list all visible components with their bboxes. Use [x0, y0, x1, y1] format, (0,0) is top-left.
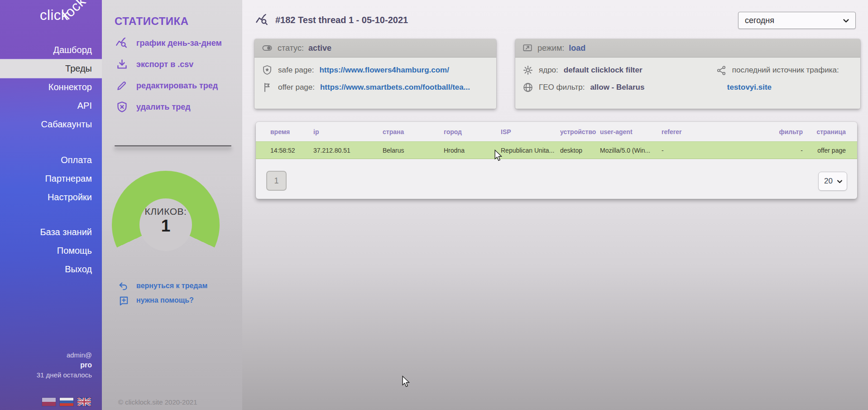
column-header: ISP: [501, 128, 560, 135]
clicks-gauge: КЛИКОВ: 1: [112, 171, 220, 279]
date-filter-select[interactable]: сегодня: [738, 12, 856, 29]
traffic-source-row: последний источник трафика:: [709, 62, 860, 79]
pencil-icon: [115, 79, 129, 92]
stats-links: вернуться к тредам нужна помощь?: [117, 280, 207, 309]
thread-header: #182 Test thread 1 - 05-10-2021: [255, 13, 408, 27]
status-label: статус:: [278, 43, 304, 53]
account-days-left: 31 дней осталось: [37, 370, 92, 380]
safe-page-url[interactable]: https://www.flowers4hamburg.com/: [319, 66, 449, 75]
sidebar-item-dashboard[interactable]: Дашборд: [0, 41, 102, 59]
cell-device: desktop: [560, 147, 600, 154]
gauge-label: КЛИКОВ:: [112, 206, 220, 217]
sidebar-item-subaccounts[interactable]: Сабакаунты: [0, 115, 102, 134]
chevron-down-icon: [842, 17, 850, 24]
help-plus-icon: [117, 295, 130, 306]
sidebar-item-knowledge-base[interactable]: База знаний: [0, 223, 102, 241]
cell-time: 14:58:52: [270, 147, 313, 154]
column-header: user-agent: [600, 128, 662, 135]
statistics-title: СТАТИСТИКА: [115, 15, 189, 28]
sidebar-item-threads[interactable]: Треды: [0, 59, 102, 78]
chart-search-icon: [115, 36, 129, 50]
share-icon: [716, 65, 727, 76]
action-label: удалить тред: [136, 102, 191, 112]
sidebar-item-logout[interactable]: Выход: [0, 260, 102, 279]
action-delete-thread[interactable]: удалить тред: [115, 100, 232, 114]
column-header: фильтр: [752, 128, 803, 135]
sidebar-item-api[interactable]: API: [0, 96, 102, 115]
polish-flag-icon[interactable]: [42, 398, 56, 406]
action-daily-chart[interactable]: график день-за-днем: [115, 36, 232, 50]
cell-city: Hrodna: [444, 147, 501, 154]
offer-page-row: offer page: https://www.smartbets.com/fo…: [254, 79, 496, 96]
page-size-select[interactable]: 20: [818, 172, 847, 191]
action-edit-thread[interactable]: редактировать тред: [115, 79, 232, 92]
mouse-cursor: [401, 376, 410, 389]
main-content: #182 Test thread 1 - 05-10-2021 сегодня …: [242, 0, 868, 410]
account-plan: pro: [37, 360, 92, 370]
mode-card-header: режим: load: [515, 39, 860, 58]
shield-star-icon: [262, 65, 273, 76]
offer-page-label: offer page:: [278, 83, 315, 92]
english-flag-icon[interactable]: [77, 398, 91, 406]
safe-page-label: safe page:: [278, 66, 314, 75]
account-info: admin@ pro 31 дней осталось: [37, 350, 92, 380]
back-to-threads-link[interactable]: вернуться к тредам: [117, 280, 207, 292]
stats-divider: [115, 145, 231, 146]
sidebar-item-payment[interactable]: Оплата: [0, 151, 102, 169]
column-header: страна: [383, 128, 444, 135]
sidebar-item-partners[interactable]: Партнерам: [0, 169, 102, 188]
safe-page-row: safe page: https://www.flowers4hamburg.c…: [254, 62, 496, 79]
account-email: admin@: [37, 350, 92, 360]
column-header: устройство: [560, 128, 600, 135]
language-switcher: [42, 398, 91, 406]
sidebar-item-connector[interactable]: Коннектор: [0, 78, 102, 96]
link-label: вернуться к тредам: [136, 282, 207, 290]
geo-filter-value: allow - Belarus: [590, 83, 644, 92]
action-export-csv[interactable]: экспорт в .csv: [115, 58, 232, 71]
app-logo[interactable]: click lock: [40, 7, 95, 24]
action-label: экспорт в .csv: [136, 60, 193, 69]
traffic-source-value[interactable]: testovyi.site: [727, 83, 772, 92]
table-row: 14:58:52 37.212.80.51 Belarus Hrodna Rep…: [256, 141, 857, 159]
cell-isp: Republican Unita...: [501, 147, 560, 154]
mode-value: load: [569, 43, 585, 53]
sidebar-item-settings[interactable]: Настройки: [0, 188, 102, 207]
globe-icon: [523, 82, 533, 93]
mode-icon: [522, 43, 533, 53]
clicklock-app: click lock Дашборд Треды Коннектор API С…: [0, 0, 868, 410]
toggle-on-icon: [261, 43, 273, 53]
need-help-link[interactable]: нужна помощь?: [117, 294, 207, 306]
mode-label: режим:: [537, 43, 564, 53]
chart-search-icon: [255, 13, 269, 27]
russian-flag-icon[interactable]: [60, 398, 73, 406]
column-header: время: [270, 128, 313, 135]
action-label: график день-за-днем: [136, 39, 222, 48]
cell-ip: 37.212.80.51: [313, 147, 383, 154]
shield-x-icon: [115, 100, 129, 114]
table-header-row: время ip страна город ISP устройство use…: [256, 122, 857, 141]
chevron-down-icon: [836, 178, 843, 185]
cell-country: Belarus: [383, 147, 444, 154]
geo-filter-label: ГЕО фильтр:: [539, 83, 585, 92]
action-label: редактировать тред: [136, 81, 218, 91]
offer-page-url[interactable]: https://www.smartbets.com/football/tea..…: [320, 83, 470, 92]
geo-filter-row: ГЕО фильтр: allow - Belarus: [515, 79, 709, 96]
kernel-row: ядро: default clicklock filter: [515, 62, 709, 79]
status-card: статус: active safe page: https://www.fl…: [254, 39, 496, 109]
status-card-header: статус: active: [254, 39, 496, 58]
gear-icon: [523, 65, 533, 76]
sidebar-item-help[interactable]: Помощь: [0, 241, 102, 260]
statistics-actions: график день-за-днем экспорт в .csv редак…: [115, 36, 232, 114]
kernel-label: ядро:: [539, 66, 558, 75]
mode-card: режим: load ядро: default clicklock filt…: [515, 39, 860, 109]
cell-filter: -: [752, 147, 803, 154]
column-header: страница: [803, 128, 846, 135]
link-label: нужна помощь?: [136, 296, 194, 304]
statistics-panel: СТАТИСТИКА график день-за-днем экспорт: [102, 0, 242, 410]
cell-page: offer page: [803, 147, 846, 154]
pagination-page-1-button[interactable]: 1: [266, 171, 287, 191]
column-header: город: [444, 128, 501, 135]
cell-user-agent: Mozilla/5.0 (Win...: [600, 147, 662, 154]
sidebar-nav: Дашборд Треды Коннектор API Сабакаунты О…: [0, 41, 102, 279]
column-header: ip: [313, 128, 383, 135]
